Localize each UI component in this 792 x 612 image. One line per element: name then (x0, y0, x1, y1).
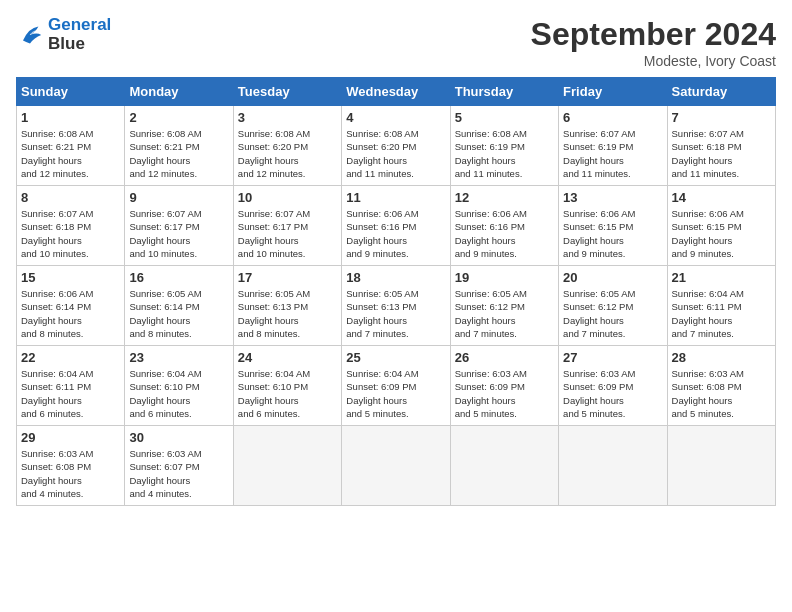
calendar-cell: 7 Sunrise: 6:07 AMSunset: 6:18 PMDayligh… (667, 106, 775, 186)
day-header: Sunday (17, 78, 125, 106)
calendar-cell: 2 Sunrise: 6:08 AMSunset: 6:21 PMDayligh… (125, 106, 233, 186)
day-info: Sunrise: 6:08 AMSunset: 6:21 PMDaylight … (129, 127, 228, 180)
day-number: 15 (21, 270, 120, 285)
calendar-cell: 21 Sunrise: 6:04 AMSunset: 6:11 PMDaylig… (667, 266, 775, 346)
day-header: Wednesday (342, 78, 450, 106)
calendar-cell: 12 Sunrise: 6:06 AMSunset: 6:16 PMDaylig… (450, 186, 558, 266)
calendar-cell: 14 Sunrise: 6:06 AMSunset: 6:15 PMDaylig… (667, 186, 775, 266)
calendar-cell: 17 Sunrise: 6:05 AMSunset: 6:13 PMDaylig… (233, 266, 341, 346)
day-info: Sunrise: 6:05 AMSunset: 6:12 PMDaylight … (563, 287, 662, 340)
day-number: 10 (238, 190, 337, 205)
day-header: Thursday (450, 78, 558, 106)
logo-text: General Blue (48, 16, 111, 53)
day-info: Sunrise: 6:06 AMSunset: 6:15 PMDaylight … (672, 207, 771, 260)
day-info: Sunrise: 6:07 AMSunset: 6:18 PMDaylight … (21, 207, 120, 260)
header-row: SundayMondayTuesdayWednesdayThursdayFrid… (17, 78, 776, 106)
day-info: Sunrise: 6:07 AMSunset: 6:17 PMDaylight … (129, 207, 228, 260)
calendar-cell: 26 Sunrise: 6:03 AMSunset: 6:09 PMDaylig… (450, 346, 558, 426)
day-info: Sunrise: 6:08 AMSunset: 6:19 PMDaylight … (455, 127, 554, 180)
day-number: 24 (238, 350, 337, 365)
day-number: 1 (21, 110, 120, 125)
day-number: 19 (455, 270, 554, 285)
day-number: 18 (346, 270, 445, 285)
calendar-cell: 8 Sunrise: 6:07 AMSunset: 6:18 PMDayligh… (17, 186, 125, 266)
day-number: 23 (129, 350, 228, 365)
day-info: Sunrise: 6:06 AMSunset: 6:15 PMDaylight … (563, 207, 662, 260)
day-number: 4 (346, 110, 445, 125)
calendar-cell: 27 Sunrise: 6:03 AMSunset: 6:09 PMDaylig… (559, 346, 667, 426)
day-info: Sunrise: 6:05 AMSunset: 6:12 PMDaylight … (455, 287, 554, 340)
page-header: General Blue September 2024 Modeste, Ivo… (16, 16, 776, 69)
day-header: Friday (559, 78, 667, 106)
calendar-cell: 6 Sunrise: 6:07 AMSunset: 6:19 PMDayligh… (559, 106, 667, 186)
calendar-cell (667, 426, 775, 506)
day-info: Sunrise: 6:05 AMSunset: 6:13 PMDaylight … (346, 287, 445, 340)
day-info: Sunrise: 6:03 AMSunset: 6:09 PMDaylight … (455, 367, 554, 420)
day-number: 8 (21, 190, 120, 205)
logo: General Blue (16, 16, 111, 53)
day-info: Sunrise: 6:06 AMSunset: 6:14 PMDaylight … (21, 287, 120, 340)
calendar-cell: 11 Sunrise: 6:06 AMSunset: 6:16 PMDaylig… (342, 186, 450, 266)
day-info: Sunrise: 6:04 AMSunset: 6:11 PMDaylight … (21, 367, 120, 420)
calendar-cell: 19 Sunrise: 6:05 AMSunset: 6:12 PMDaylig… (450, 266, 558, 346)
day-number: 2 (129, 110, 228, 125)
day-info: Sunrise: 6:04 AMSunset: 6:11 PMDaylight … (672, 287, 771, 340)
day-header: Saturday (667, 78, 775, 106)
calendar-cell: 28 Sunrise: 6:03 AMSunset: 6:08 PMDaylig… (667, 346, 775, 426)
day-number: 16 (129, 270, 228, 285)
day-number: 3 (238, 110, 337, 125)
day-number: 13 (563, 190, 662, 205)
day-info: Sunrise: 6:07 AMSunset: 6:18 PMDaylight … (672, 127, 771, 180)
day-info: Sunrise: 6:07 AMSunset: 6:19 PMDaylight … (563, 127, 662, 180)
month-title: September 2024 (531, 16, 776, 53)
calendar-cell: 15 Sunrise: 6:06 AMSunset: 6:14 PMDaylig… (17, 266, 125, 346)
calendar-cell: 29 Sunrise: 6:03 AMSunset: 6:08 PMDaylig… (17, 426, 125, 506)
day-number: 21 (672, 270, 771, 285)
calendar-row: 8 Sunrise: 6:07 AMSunset: 6:18 PMDayligh… (17, 186, 776, 266)
day-info: Sunrise: 6:08 AMSunset: 6:20 PMDaylight … (346, 127, 445, 180)
calendar-row: 22 Sunrise: 6:04 AMSunset: 6:11 PMDaylig… (17, 346, 776, 426)
title-block: September 2024 Modeste, Ivory Coast (531, 16, 776, 69)
day-header: Tuesday (233, 78, 341, 106)
day-number: 5 (455, 110, 554, 125)
calendar-cell: 4 Sunrise: 6:08 AMSunset: 6:20 PMDayligh… (342, 106, 450, 186)
day-info: Sunrise: 6:07 AMSunset: 6:17 PMDaylight … (238, 207, 337, 260)
day-number: 11 (346, 190, 445, 205)
logo-icon (16, 21, 44, 49)
calendar-cell: 3 Sunrise: 6:08 AMSunset: 6:20 PMDayligh… (233, 106, 341, 186)
calendar-cell: 23 Sunrise: 6:04 AMSunset: 6:10 PMDaylig… (125, 346, 233, 426)
calendar-cell: 5 Sunrise: 6:08 AMSunset: 6:19 PMDayligh… (450, 106, 558, 186)
calendar-cell: 9 Sunrise: 6:07 AMSunset: 6:17 PMDayligh… (125, 186, 233, 266)
day-info: Sunrise: 6:03 AMSunset: 6:09 PMDaylight … (563, 367, 662, 420)
calendar-row: 29 Sunrise: 6:03 AMSunset: 6:08 PMDaylig… (17, 426, 776, 506)
calendar-cell: 18 Sunrise: 6:05 AMSunset: 6:13 PMDaylig… (342, 266, 450, 346)
calendar-cell: 16 Sunrise: 6:05 AMSunset: 6:14 PMDaylig… (125, 266, 233, 346)
calendar-cell: 1 Sunrise: 6:08 AMSunset: 6:21 PMDayligh… (17, 106, 125, 186)
day-number: 26 (455, 350, 554, 365)
day-info: Sunrise: 6:04 AMSunset: 6:10 PMDaylight … (238, 367, 337, 420)
location: Modeste, Ivory Coast (531, 53, 776, 69)
calendar-cell: 25 Sunrise: 6:04 AMSunset: 6:09 PMDaylig… (342, 346, 450, 426)
day-number: 6 (563, 110, 662, 125)
day-info: Sunrise: 6:04 AMSunset: 6:09 PMDaylight … (346, 367, 445, 420)
day-number: 14 (672, 190, 771, 205)
calendar-cell (342, 426, 450, 506)
calendar-cell: 10 Sunrise: 6:07 AMSunset: 6:17 PMDaylig… (233, 186, 341, 266)
day-number: 7 (672, 110, 771, 125)
day-info: Sunrise: 6:08 AMSunset: 6:20 PMDaylight … (238, 127, 337, 180)
day-info: Sunrise: 6:05 AMSunset: 6:13 PMDaylight … (238, 287, 337, 340)
day-number: 20 (563, 270, 662, 285)
calendar-cell (450, 426, 558, 506)
day-number: 30 (129, 430, 228, 445)
calendar-cell: 13 Sunrise: 6:06 AMSunset: 6:15 PMDaylig… (559, 186, 667, 266)
day-number: 22 (21, 350, 120, 365)
calendar-cell: 24 Sunrise: 6:04 AMSunset: 6:10 PMDaylig… (233, 346, 341, 426)
calendar-cell: 30 Sunrise: 6:03 AMSunset: 6:07 PMDaylig… (125, 426, 233, 506)
day-number: 29 (21, 430, 120, 445)
calendar-row: 15 Sunrise: 6:06 AMSunset: 6:14 PMDaylig… (17, 266, 776, 346)
calendar-table: SundayMondayTuesdayWednesdayThursdayFrid… (16, 77, 776, 506)
calendar-cell: 22 Sunrise: 6:04 AMSunset: 6:11 PMDaylig… (17, 346, 125, 426)
day-info: Sunrise: 6:08 AMSunset: 6:21 PMDaylight … (21, 127, 120, 180)
calendar-cell: 20 Sunrise: 6:05 AMSunset: 6:12 PMDaylig… (559, 266, 667, 346)
day-info: Sunrise: 6:03 AMSunset: 6:08 PMDaylight … (21, 447, 120, 500)
